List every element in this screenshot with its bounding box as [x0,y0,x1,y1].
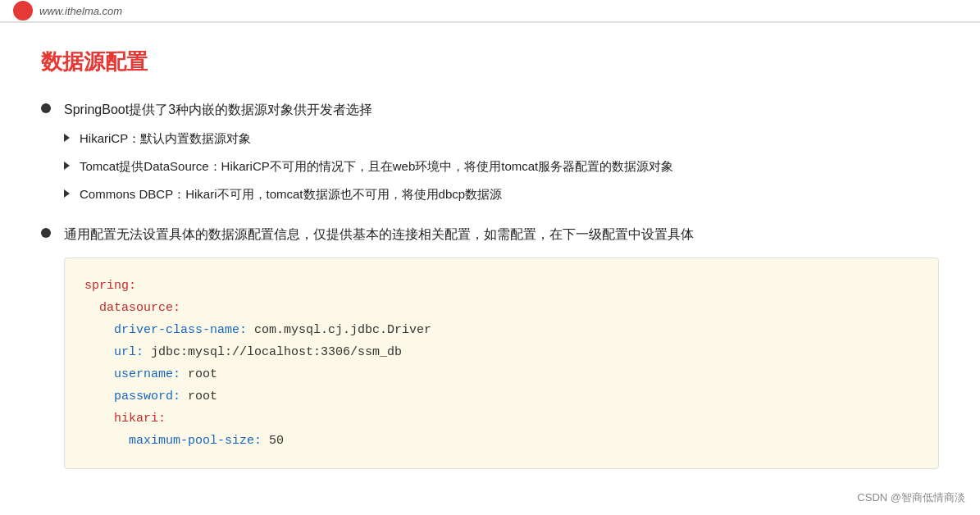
diamond-icon [64,162,70,170]
bullet-dot [41,103,51,113]
sub-item: Tomcat提供DataSource：HikariCP不可用的情况下，且在web… [64,157,939,176]
code-token: 50 [262,434,284,448]
code-block: spring: datasource: driver-class-name: c… [64,258,939,469]
list-item: SpringBoot提供了3种内嵌的数据源对象供开发者选择 HikariCP：默… [41,99,939,212]
code-line: hikari: [84,408,918,430]
sub-item: HikariCP：默认内置数据源对象 [64,129,939,148]
code-line: url: jdbc:mysql://localhost:3306/ssm_db [84,341,918,363]
logo-circle [13,1,33,21]
sub-item-text: Commons DBCP：Hikari不可用，tomcat数据源也不可用，将使用… [80,185,502,204]
page-title: 数据源配置 [41,48,939,76]
bullet-main-text: SpringBoot提供了3种内嵌的数据源对象供开发者选择 [64,103,372,116]
code-line: spring: [84,275,918,297]
code-token: root [180,390,217,403]
main-content: 数据源配置 SpringBoot提供了3种内嵌的数据源对象供开发者选择 Hika… [0,23,980,497]
sub-item-text: HikariCP：默认内置数据源对象 [80,129,251,148]
code-token: spring: [84,279,136,293]
code-token: driver-class-name: [114,323,247,337]
bullet-text: SpringBoot提供了3种内嵌的数据源对象供开发者选择 HikariCP：默… [64,99,939,212]
code-line: datasource: [84,297,918,319]
code-token: jdbc:mysql://localhost:3306/ssm_db [144,345,402,359]
code-token: com.mysql.cj.jdbc.Driver [247,323,431,337]
bullet-main-text: 通用配置无法设置具体的数据源配置信息，仅提供基本的连接相关配置，如需配置，在下一… [64,227,694,241]
sub-list: HikariCP：默认内置数据源对象 Tomcat提供DataSource：Hi… [64,129,939,204]
code-token: url: [114,345,144,359]
code-token: maximum-pool-size: [129,434,262,448]
code-token: root [180,367,217,381]
code-line: maximum-pool-size: 50 [84,430,918,452]
code-token: hikari: [114,412,166,426]
code-token: username: [114,367,180,381]
code-line: driver-class-name: com.mysql.cj.jdbc.Dri… [84,319,918,341]
logo-url: www.ithelma.com [39,5,122,17]
code-token: password: [114,390,180,403]
sub-item: Commons DBCP：Hikari不可用，tomcat数据源也不可用，将使用… [64,185,939,204]
diamond-icon [64,189,70,198]
watermark: CSDN @智商低情商淡 [857,490,965,505]
top-bar: www.ithelma.com [0,0,980,23]
code-line: password: root [84,385,918,408]
logo-area: www.ithelma.com [13,1,122,21]
bullet-list: SpringBoot提供了3种内嵌的数据源对象供开发者选择 HikariCP：默… [41,99,939,469]
code-line: username: root [84,363,918,385]
sub-item-text: Tomcat提供DataSource：HikariCP不可用的情况下，且在web… [80,157,673,176]
diamond-icon [64,134,70,142]
bullet-dot [41,228,51,238]
list-item: 通用配置无法设置具体的数据源配置信息，仅提供基本的连接相关配置，如需配置，在下一… [41,224,939,470]
bullet-text: 通用配置无法设置具体的数据源配置信息，仅提供基本的连接相关配置，如需配置，在下一… [64,224,939,470]
code-token: datasource: [99,301,180,315]
